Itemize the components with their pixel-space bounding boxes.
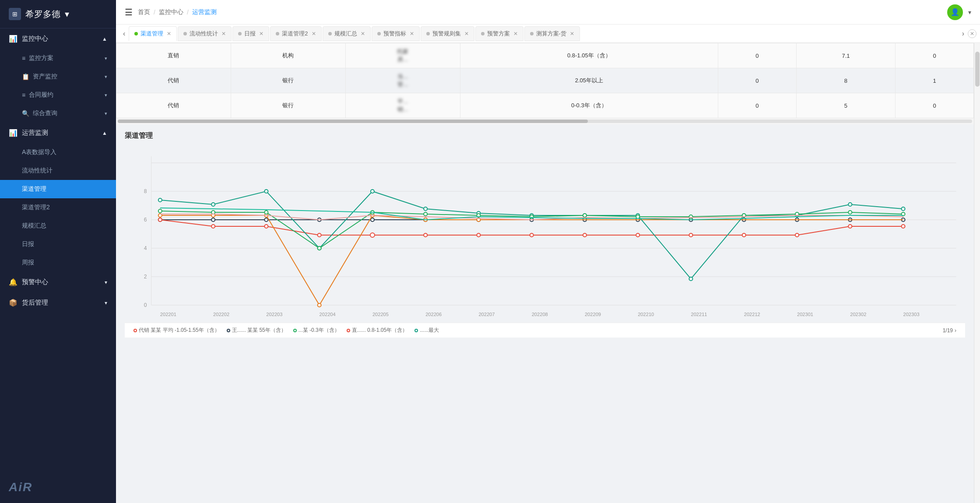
svg-point-48 xyxy=(477,233,480,237)
avatar-dropdown-arrow[interactable]: ▾ xyxy=(968,9,971,16)
tab-close-scale[interactable]: ✕ xyxy=(361,31,365,37)
tab-dot-calc xyxy=(530,32,534,35)
breadcrumb: 首页 / 监控中心 / 运营监测 xyxy=(138,8,217,16)
tab-scale-label: 规模汇总 xyxy=(334,30,357,38)
tab-close-channel2[interactable]: ✕ xyxy=(312,31,316,37)
svg-point-49 xyxy=(530,233,534,237)
breadcrumb-monitor[interactable]: 监控中心 xyxy=(159,8,183,16)
tab-warning-plan[interactable]: 预警方案 ✕ xyxy=(475,26,523,41)
tab-channel-management[interactable]: 渠道管理 ✕ xyxy=(129,26,177,41)
tab-liquidity-label: 流动性统计 xyxy=(190,30,218,38)
tab-channel2[interactable]: 渠道管理2 ✕ xyxy=(270,26,321,41)
svg-point-69 xyxy=(424,207,427,211)
sidebar-item-channel[interactable]: 渠道管理 xyxy=(0,180,116,198)
sidebar-item-monitor-center-label: 监控中心 xyxy=(22,35,48,43)
monitor-center-icon: 📊 xyxy=(9,35,18,43)
sidebar-item-channel2[interactable]: 渠道管理2 xyxy=(0,198,116,217)
tab-close-channel[interactable]: ✕ xyxy=(167,31,171,37)
legend-dot-2 xyxy=(227,329,230,332)
tab-close-rules[interactable]: ✕ xyxy=(464,31,469,37)
monitor-center-arrow: ▲ xyxy=(102,36,107,42)
sidebar-item-query-label: 综合查询 xyxy=(33,109,57,117)
svg-text:202204: 202204 xyxy=(320,312,336,317)
menu-toggle-button[interactable]: ☰ xyxy=(125,7,133,18)
sidebar-item-liquidity[interactable]: 流动性统计 xyxy=(0,162,116,180)
contract-icon: ≡ xyxy=(22,91,25,98)
sidebar-item-a-import[interactable]: A表数据导入 xyxy=(0,143,116,162)
table-cell: 代销 xyxy=(116,93,231,118)
right-scrollbar[interactable] xyxy=(974,43,980,503)
table-cell: 5 xyxy=(796,93,896,118)
content-wrapper: 直销 机构 托家房... 0.8-1.05年（含） 0 7.1 0 代销 银行 … xyxy=(116,43,980,503)
svg-text:202303: 202303 xyxy=(903,312,920,317)
tab-close-daily[interactable]: ✕ xyxy=(259,31,263,37)
tab-scroll-right[interactable]: › xyxy=(959,28,968,39)
sidebar-item-a-import-label: A表数据导入 xyxy=(22,148,56,156)
tab-liquidity[interactable]: 流动性统计 ✕ xyxy=(178,26,232,41)
svg-text:8: 8 xyxy=(144,188,147,194)
svg-point-82 xyxy=(318,246,321,250)
svg-point-66 xyxy=(264,190,268,193)
tabs-bar: ‹ 渠道管理 ✕ 流动性统计 ✕ 日报 ✕ 渠道管理2 ✕ xyxy=(116,25,980,43)
svg-point-87 xyxy=(583,214,587,217)
tab-close-calc[interactable]: ✕ xyxy=(570,31,574,37)
table-cell: 0 xyxy=(896,43,974,68)
sidebar-item-weekly[interactable]: 周报 xyxy=(0,253,116,272)
chart-legend: 代销 某某 平均 -1.05-1.55年（含） 王...... 某某 55年（含… xyxy=(125,323,965,338)
legend-item-5: ......最大 xyxy=(414,327,439,334)
header: ☰ 首页 / 监控中心 / 运营监测 👤 ▾ xyxy=(116,0,980,25)
sidebar-item-contract[interactable]: ≡ 合同履约 ▾ xyxy=(0,86,116,104)
legend-nav: 1/19 › xyxy=(943,327,956,334)
sidebar-item-ops-monitor[interactable]: 📊 运营监测 ▲ xyxy=(0,123,116,143)
legend-next-button[interactable]: › xyxy=(955,327,956,334)
post-goods-icon: 📦 xyxy=(9,299,18,307)
tab-dot-daily xyxy=(238,32,242,35)
user-avatar[interactable]: 👤 xyxy=(947,4,963,20)
query-icon: 🔍 xyxy=(22,110,29,117)
tab-close-liquidity[interactable]: ✕ xyxy=(221,31,226,37)
svg-point-84 xyxy=(424,212,427,216)
sidebar-item-warning-center[interactable]: 🔔 预警中心 ▾ xyxy=(0,272,116,292)
legend-label-5: ......最大 xyxy=(420,327,439,334)
sidebar-item-monitor-plan[interactable]: ≡ 监控方案 ▾ xyxy=(0,49,116,67)
tab-scale[interactable]: 规模汇总 ✕ xyxy=(323,26,371,41)
svg-point-92 xyxy=(848,211,852,214)
sidebar-item-monitor-center[interactable]: 📊 监控中心 ▲ xyxy=(0,28,116,49)
table-h-scrollbar[interactable] xyxy=(118,120,972,123)
sidebar-logo: ⊞ 希罗多德 ▾ xyxy=(0,0,116,28)
tab-daily-label: 日报 xyxy=(244,30,256,38)
tab-daily[interactable]: 日报 ✕ xyxy=(232,26,269,41)
legend-label-3: ...某 -0.3年（含） xyxy=(299,327,340,334)
table-row: 代销 银行 当...管... 2.05年以上 0 8 1 xyxy=(116,68,974,93)
sidebar-item-warning-center-label: 预警中心 xyxy=(22,278,48,286)
sidebar-item-scale[interactable]: 规模汇总 xyxy=(0,217,116,235)
tab-close-all-button[interactable]: ✕ xyxy=(968,29,976,38)
ops-monitor-arrow: ▲ xyxy=(102,130,107,136)
svg-text:202206: 202206 xyxy=(425,312,442,317)
table-cell: 0 xyxy=(896,93,974,118)
svg-point-54 xyxy=(795,233,799,237)
tab-warning-rules[interactable]: 预警规则集 ✕ xyxy=(421,26,474,41)
legend-label-2: 王...... 某某 55年（含） xyxy=(232,327,286,334)
tab-close-wplan[interactable]: ✕ xyxy=(513,31,518,37)
sidebar-item-daily[interactable]: 日报 xyxy=(0,235,116,253)
table-row: 直销 机构 托家房... 0.8-1.05年（含） 0 7.1 0 xyxy=(116,43,974,68)
logo-text: 希罗多德 xyxy=(25,8,60,20)
sidebar-item-asset-monitor-label: 资产监控 xyxy=(33,73,57,81)
tab-close-warning[interactable]: ✕ xyxy=(410,31,414,37)
tab-scroll-left[interactable]: ‹ xyxy=(119,28,129,39)
sidebar-item-asset-monitor[interactable]: 📋 资产监控 ▾ xyxy=(0,67,116,86)
svg-point-29 xyxy=(264,218,268,222)
legend-page: 1/19 xyxy=(943,327,953,334)
table-cell: 代销 xyxy=(116,68,231,93)
table-cell: 0 xyxy=(718,93,796,118)
tab-warning-indicator[interactable]: 预警指标 ✕ xyxy=(372,26,420,41)
sidebar-item-query[interactable]: 🔍 综合查询 ▾ xyxy=(0,104,116,123)
tab-dot-wplan xyxy=(481,32,485,35)
tab-calc-plan[interactable]: 测算方案-货 ✕ xyxy=(524,26,580,41)
main-area: ☰ 首页 / 监控中心 / 运营监测 👤 ▾ ‹ 渠道管理 ✕ 流动性统计 ✕ xyxy=(116,0,980,503)
sidebar-item-post-goods[interactable]: 📦 货后管理 ▾ xyxy=(0,292,116,313)
breadcrumb-home[interactable]: 首页 xyxy=(138,8,150,16)
main-content: 直销 机构 托家房... 0.8-1.05年（含） 0 7.1 0 代销 银行 … xyxy=(116,43,974,503)
legend-dot-5 xyxy=(414,329,418,332)
